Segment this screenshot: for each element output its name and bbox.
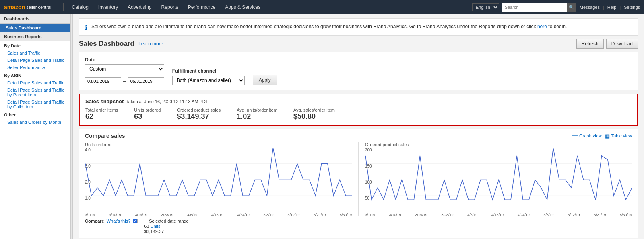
- nav-advertising[interactable]: Advertising: [124, 2, 155, 12]
- search-box: 🔍: [502, 3, 576, 12]
- ordered-product-sales-chart-panel: Ordered product sales 200 150 100 50: [365, 142, 632, 216]
- sidebar-item-detail-page-sales[interactable]: Detail Page Sales and Traffic: [0, 57, 70, 64]
- right-nav: English 🔍 Messages | Help | Settings: [472, 3, 640, 12]
- dashboard-header: Sales Dashboard Learn more Refresh Downl…: [79, 39, 638, 49]
- banner-here-link[interactable]: here: [537, 24, 547, 29]
- charts-container: Units ordered 4.0 3.0 2.0 1.0: [85, 142, 632, 216]
- sidebar: Dashboards Sales Dashboard Business Repo…: [0, 14, 70, 239]
- chart1-x-axis: 3/1/19 3/10/19 3/19/19 3/28/19 4/6/19 4/…: [85, 213, 352, 217]
- sidebar-by-date-title: By Date: [0, 41, 70, 49]
- metric-label-3: Avg. units/order item: [237, 108, 277, 112]
- metric-value-3: 1.02: [237, 112, 277, 121]
- metric-label-1: Units ordered: [134, 108, 161, 112]
- logo-area: amazon seller central: [4, 4, 51, 10]
- fulfillment-filter-group: Fulfillment channel Both (Amazon and sel…: [172, 68, 245, 85]
- chart1-area: 4.0 3.0 2.0 1.0: [85, 148, 352, 216]
- metric-avg-sales: Avg. sales/order item $50.80: [293, 108, 335, 121]
- chart2-svg: [365, 148, 632, 212]
- legend-color-line: [139, 221, 147, 221]
- table-view-button[interactable]: ▦ Table view: [605, 133, 632, 139]
- sidebar-other-title: Other: [0, 110, 70, 118]
- date-range-row: –: [85, 77, 164, 85]
- chart1-label: Units ordered: [85, 142, 352, 147]
- sidebar-item-asin-child[interactable]: Detail Page Sales and Traffic by Child I…: [0, 98, 70, 110]
- language-select[interactable]: English: [472, 3, 499, 11]
- snapshot-header: Sales snapshot taken at June 16, 2020 12…: [85, 98, 632, 104]
- units-ordered-chart-panel: Units ordered 4.0 3.0 2.0 1.0: [85, 142, 352, 216]
- nav-catalog[interactable]: Catalog: [68, 2, 92, 12]
- learn-more-link[interactable]: Learn more: [138, 41, 163, 47]
- main-layout: Dashboards Sales Dashboard Business Repo…: [0, 14, 644, 239]
- compare-label: Compare: [85, 219, 104, 223]
- legend-units-label: Units: [151, 224, 161, 229]
- legend-units-count: 63 Units: [144, 224, 160, 229]
- metric-value-2: $3,149.37: [177, 112, 221, 121]
- snapshot-metrics: Total order items 62 Units ordered 63 Or…: [85, 108, 632, 121]
- sidebar-section-business-reports: Business Reports: [0, 32, 70, 41]
- sidebar-item-sales-dashboard[interactable]: Sales Dashboard: [0, 24, 70, 32]
- metric-units-ordered: Units ordered 63: [134, 108, 161, 121]
- chart2-area: 200 150 100 50: [365, 148, 632, 216]
- date-filter-group: Date Custom –: [85, 57, 164, 85]
- dashboard-title-area: Sales Dashboard Learn more: [79, 40, 163, 48]
- fulfillment-filter-select[interactable]: Both (Amazon and seller): [172, 76, 245, 85]
- date-to-input[interactable]: [128, 77, 164, 85]
- search-input[interactable]: [502, 3, 567, 12]
- metric-label-4: Avg. sales/order item: [293, 108, 335, 112]
- legend-units: 63 Units: [133, 224, 188, 229]
- whats-this-link[interactable]: What's this?: [107, 219, 131, 223]
- banner-text: Sellers who own a brand and are internal…: [91, 23, 567, 30]
- date-from-input[interactable]: [85, 77, 121, 85]
- apply-button[interactable]: Apply: [253, 75, 277, 85]
- brand-analytics-banner: ℹ Sellers who own a brand and are intern…: [79, 18, 638, 36]
- download-button[interactable]: Download: [606, 39, 638, 49]
- sidebar-item-asin-detail-page[interactable]: Detail Page Sales and Traffic: [0, 79, 70, 86]
- metric-value-1: 63: [134, 112, 161, 121]
- sidebar-by-asin-title: By ASIN: [0, 71, 70, 79]
- metric-ordered-product-sales: Ordered product sales $3,149.37: [177, 108, 221, 121]
- sidebar-item-asin-parent[interactable]: Detail Page Sales and Traffic by Parent …: [0, 86, 70, 98]
- logo-amazon: amazon: [4, 4, 25, 10]
- page-title: Sales Dashboard: [79, 40, 134, 48]
- search-button[interactable]: 🔍: [567, 3, 576, 12]
- settings-link[interactable]: Settings: [624, 5, 640, 10]
- help-link[interactable]: Help: [607, 5, 617, 10]
- metric-label-0: Total order items: [85, 108, 118, 112]
- info-icon: ℹ: [85, 24, 87, 31]
- compare-title: Compare sales: [85, 133, 125, 139]
- charts-divider: [358, 142, 359, 216]
- nav-apps-services[interactable]: Apps & Services: [221, 2, 264, 12]
- fulfillment-filter-label: Fulfillment channel: [172, 68, 245, 74]
- snapshot-timestamp: taken at June 16, 2020 12:11:13 AM PDT: [127, 99, 208, 104]
- sales-snapshot-section: Sales snapshot taken at June 16, 2020 12…: [79, 94, 638, 126]
- nav-links: Catalog Inventory Advertising Reports Pe…: [68, 2, 472, 12]
- filters-row: Date Custom – Fulfillment channel Both (…: [85, 57, 632, 85]
- legend-checkbox-selected[interactable]: [133, 219, 138, 223]
- nav-inventory[interactable]: Inventory: [94, 2, 122, 12]
- view-toggle: 〰 Graph view ▦ Table view: [572, 133, 632, 139]
- refresh-button[interactable]: Refresh: [576, 39, 604, 49]
- dashboard-actions: Refresh Download: [576, 39, 638, 49]
- snapshot-title: Sales snapshot: [85, 98, 124, 104]
- filters-section: Date Custom – Fulfillment channel Both (…: [79, 52, 638, 90]
- legend-selected-label: Selected date range: [149, 219, 188, 223]
- compare-sales-section: Compare sales 〰 Graph view ▦ Table view …: [79, 129, 638, 238]
- graph-view-button[interactable]: 〰 Graph view: [572, 133, 602, 139]
- chart1-svg: [85, 148, 352, 212]
- logo-seller-central: seller central: [26, 5, 51, 10]
- nav-reports[interactable]: Reports: [157, 2, 182, 12]
- top-navigation: amazon seller central Catalog Inventory …: [0, 0, 644, 14]
- sidebar-section-dashboards: Dashboards: [0, 14, 70, 24]
- date-filter-select[interactable]: Custom: [85, 64, 164, 74]
- sidebar-item-sales-orders-month[interactable]: Sales and Orders by Month: [0, 118, 70, 126]
- chart2-label: Ordered product sales: [365, 142, 632, 147]
- table-icon: ▦: [605, 133, 610, 139]
- table-view-label: Table view: [611, 133, 632, 138]
- messages-link[interactable]: Messages: [580, 5, 600, 10]
- metric-value-0: 62: [85, 112, 118, 121]
- chart2-x-axis: 3/1/19 3/10/19 3/19/19 3/28/19 4/6/19 4/…: [365, 213, 632, 217]
- sidebar-item-sales-traffic[interactable]: Sales and Traffic: [0, 49, 70, 57]
- sidebar-item-seller-performance[interactable]: Seller Performance: [0, 64, 70, 71]
- nav-performance[interactable]: Performance: [184, 2, 220, 12]
- compare-legend: Selected date range 63 Units $3,149.37: [133, 219, 188, 234]
